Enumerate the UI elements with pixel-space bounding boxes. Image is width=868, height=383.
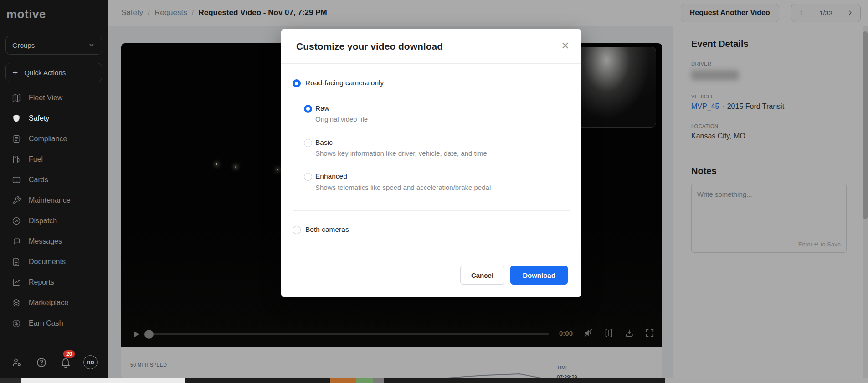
chat-icon (12, 237, 21, 246)
sidebar-item-fleet-view[interactable]: Fleet View (0, 87, 108, 108)
notification-count-badge: 20 (63, 350, 75, 358)
enhanced-option-desc: Shows telematics like speed and accelera… (315, 184, 491, 191)
dollar-circle-icon (12, 319, 21, 328)
wrench-icon (12, 196, 21, 205)
modal-divider (293, 210, 570, 211)
timeline-segment-orange (330, 378, 356, 383)
timeline-segment-green (356, 378, 373, 383)
sidebar: motive Groups + Quick Actions Fleet View… (0, 0, 108, 383)
help-icon[interactable] (35, 356, 48, 369)
report-chart-icon (12, 278, 21, 287)
cancel-button[interactable]: Cancel (460, 266, 504, 285)
horizontal-scrollbar-thumb[interactable] (21, 378, 185, 383)
bottom-strip (0, 378, 868, 383)
strip-corner (0, 378, 21, 383)
timeline-track (185, 378, 665, 383)
sidebar-item-maintenance[interactable]: Maintenance (0, 190, 108, 210)
road-facing-option-label[interactable]: Road-facing camera only (305, 79, 384, 87)
motive-logo[interactable]: motive (0, 0, 108, 21)
plus-icon: + (12, 68, 18, 77)
radio-raw[interactable] (304, 105, 312, 113)
notifications-bell-icon[interactable]: 20 (59, 356, 72, 369)
modal-footer: Cancel Download (281, 252, 581, 297)
sidebar-item-dispatch[interactable]: Dispatch (0, 210, 108, 231)
radio-road-facing[interactable] (293, 79, 301, 87)
download-button[interactable]: Download (510, 266, 568, 285)
modal-title: Customize your video download (296, 29, 443, 64)
app-root: motive Groups + Quick Actions Fleet View… (0, 0, 868, 383)
close-icon[interactable]: ✕ (561, 40, 570, 52)
sidebar-item-label: Fleet View (29, 94, 62, 102)
chevron-down-icon (88, 41, 95, 49)
raw-option-label[interactable]: Raw (315, 104, 329, 112)
both-cameras-option-label[interactable]: Both cameras (305, 225, 349, 234)
groups-dropdown[interactable]: Groups (5, 36, 102, 55)
sidebar-item-label: Reports (29, 278, 54, 286)
fuel-pump-icon (12, 155, 21, 164)
radio-enhanced[interactable] (304, 173, 312, 181)
sidebar-item-label: Maintenance (29, 196, 71, 204)
radio-basic[interactable] (304, 139, 312, 147)
sidebar-item-fuel[interactable]: Fuel (0, 149, 108, 169)
sidebar-item-safety[interactable]: Safety (0, 108, 108, 128)
sidebar-item-earn-cash[interactable]: Earn Cash (0, 313, 108, 333)
raw-option-desc: Original video file (315, 115, 368, 123)
radio-both-cameras[interactable] (293, 226, 301, 234)
sidebar-item-compliance[interactable]: Compliance (0, 128, 108, 149)
admin-user-icon[interactable] (10, 356, 24, 369)
clipboard-icon (12, 134, 21, 143)
document-icon (12, 257, 21, 266)
groups-dropdown-label: Groups (12, 41, 35, 49)
sidebar-item-label: Cards (29, 176, 48, 184)
sidebar-nav: Fleet View Safety Compliance Fuel Cards … (0, 87, 108, 333)
map-icon (12, 93, 21, 102)
timeline-segment-gray (373, 378, 384, 383)
layers-icon (12, 298, 21, 307)
enhanced-option-label[interactable]: Enhanced (315, 172, 347, 180)
sidebar-item-label: Dispatch (29, 217, 57, 225)
customize-download-modal: Customize your video download ✕ Road-fac… (281, 29, 581, 297)
sidebar-item-label: Compliance (29, 135, 67, 143)
basic-option-label[interactable]: Basic (315, 138, 333, 147)
modal-header: Customize your video download ✕ (281, 29, 581, 64)
sidebar-item-label: Earn Cash (29, 319, 63, 327)
sidebar-item-label: Fuel (29, 155, 43, 163)
quick-actions-button[interactable]: + Quick Actions (5, 63, 102, 82)
sidebar-item-label: Marketplace (29, 299, 68, 307)
basic-option-desc: Shows key information like driver, vehic… (315, 149, 487, 157)
quick-actions-label: Quick Actions (24, 69, 66, 77)
sidebar-item-documents[interactable]: Documents (0, 251, 108, 272)
sidebar-item-label: Documents (29, 258, 66, 266)
sidebar-item-cards[interactable]: Cards (0, 169, 108, 190)
sidebar-item-label: Messages (29, 237, 62, 245)
sidebar-footer: 20 RD (0, 346, 108, 378)
shield-icon (12, 114, 21, 123)
sidebar-item-marketplace[interactable]: Marketplace (0, 292, 108, 313)
user-avatar[interactable]: RD (83, 355, 98, 369)
sidebar-item-reports[interactable]: Reports (0, 272, 108, 292)
sidebar-item-messages[interactable]: Messages (0, 231, 108, 251)
compass-pin-icon (12, 216, 21, 225)
credit-card-icon (12, 175, 21, 184)
sidebar-item-label: Safety (29, 114, 49, 123)
